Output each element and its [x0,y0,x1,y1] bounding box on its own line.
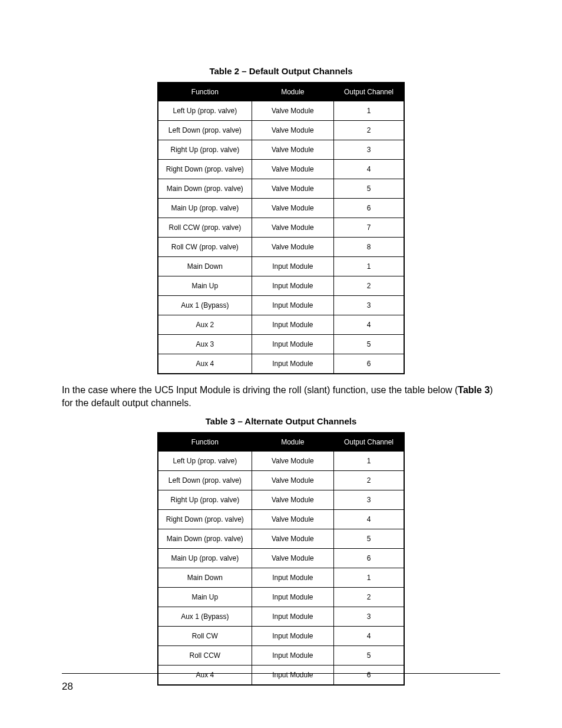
table-cell: Aux 4 [158,666,252,686]
table-cell: 6 [333,199,404,218]
table-cell: Input Module [252,627,333,646]
table-cell: 4 [333,315,404,335]
table-cell: Valve Module [252,160,333,179]
table-row: Right Down (prop. valve)Valve Module4 [158,510,404,529]
table3: Function Module Output Channel Left Up (… [157,432,405,686]
table-cell: 1 [333,101,404,121]
table-cell: 3 [333,296,404,315]
table-cell: 5 [333,179,404,199]
table-cell: Roll CCW (prop. valve) [158,218,252,238]
table-cell: 6 [333,549,404,568]
table-cell: Input Module [252,666,333,686]
table-row: Left Up (prop. valve)Valve Module1 [158,101,404,121]
table-row: Main Up (prop. valve)Valve Module6 [158,549,404,568]
table-cell: 6 [333,354,404,374]
table-row: Main Down (prop. valve)Valve Module5 [158,179,404,199]
table-cell: Valve Module [252,101,333,121]
table-row: Main UpInput Module2 [158,588,404,607]
table-cell: Input Module [252,296,333,315]
table3-header-channel: Output Channel [333,433,404,452]
table-cell: 2 [333,471,404,490]
footer-rule [62,673,500,674]
body-paragraph-pre: In the case where the UC5 Input Module i… [62,385,458,395]
table-cell: 3 [333,140,404,160]
table-cell: Valve Module [252,238,333,257]
table-row: Right Up (prop. valve)Valve Module3 [158,490,404,510]
table-cell: 4 [333,160,404,179]
table-row: Aux 4Input Module6 [158,354,404,374]
table-cell: 3 [333,490,404,510]
table2-header-module: Module [252,83,333,101]
table-row: Main Up (prop. valve)Valve Module6 [158,199,404,218]
table-cell: 5 [333,529,404,549]
table-cell: Right Down (prop. valve) [158,160,252,179]
table-row: Right Up (prop. valve)Valve Module3 [158,140,404,160]
table-cell: Left Down (prop. valve) [158,121,252,140]
table-cell: Roll CW (prop. valve) [158,238,252,257]
table-cell: Input Module [252,354,333,374]
table-cell: Left Down (prop. valve) [158,471,252,490]
table-cell: Left Up (prop. valve) [158,101,252,121]
table2: Function Module Output Channel Left Up (… [157,82,405,374]
table-row: Left Down (prop. valve)Valve Module2 [158,471,404,490]
table-cell: Valve Module [252,510,333,529]
table3-caption: Table 3 – Alternate Output Channels [62,416,500,426]
table-row: Roll CWInput Module4 [158,627,404,646]
table-cell: 4 [333,627,404,646]
table2-caption: Table 2 – Default Output Channels [62,66,500,76]
table-cell: Aux 4 [158,354,252,374]
table-cell: Input Module [252,607,333,627]
table-cell: 2 [333,588,404,607]
table-cell: Valve Module [252,199,333,218]
table-cell: Input Module [252,315,333,335]
table-row: Aux 2Input Module4 [158,315,404,335]
table-row: Right Down (prop. valve)Valve Module4 [158,160,404,179]
table-cell: 1 [333,452,404,471]
table-cell: 4 [333,510,404,529]
table-cell: Input Module [252,335,333,354]
table-cell: Valve Module [252,471,333,490]
table3-header-function: Function [158,433,252,452]
table3-header-module: Module [252,433,333,452]
table-cell: Left Up (prop. valve) [158,452,252,471]
table-cell: 2 [333,276,404,296]
table-row: Aux 4Input Module6 [158,666,404,686]
table-row: Main Down (prop. valve)Valve Module5 [158,529,404,549]
table-cell: Valve Module [252,121,333,140]
table-cell: Main Up (prop. valve) [158,549,252,568]
table-cell: Input Module [252,568,333,588]
table-cell: 5 [333,646,404,666]
table-cell: Input Module [252,276,333,296]
table-row: Roll CCWInput Module5 [158,646,404,666]
table-cell: Valve Module [252,218,333,238]
table-row: Aux 1 (Bypass)Input Module3 [158,296,404,315]
table-cell: 3 [333,607,404,627]
table2-header-channel: Output Channel [333,83,404,101]
table-row: Left Up (prop. valve)Valve Module1 [158,452,404,471]
table-cell: Roll CCW [158,646,252,666]
table-cell: Main Down [158,257,252,276]
table-cell: Aux 2 [158,315,252,335]
table-cell: Main Down (prop. valve) [158,179,252,199]
page: Table 2 – Default Output Channels Functi… [0,0,562,728]
table-cell: Aux 1 (Bypass) [158,296,252,315]
table-cell: Valve Module [252,179,333,199]
table-row: Aux 3Input Module5 [158,335,404,354]
table-cell: Roll CW [158,627,252,646]
table-cell: 7 [333,218,404,238]
table-cell: 8 [333,238,404,257]
table2-header-function: Function [158,83,252,101]
table2-body: Left Up (prop. valve)Valve Module1Left D… [158,101,404,374]
table-row: Main DownInput Module1 [158,568,404,588]
table-cell: 2 [333,121,404,140]
table-cell: Main Down (prop. valve) [158,529,252,549]
table-cell: Valve Module [252,140,333,160]
page-number: 28 [62,681,73,693]
table-cell: Input Module [252,588,333,607]
table-cell: Valve Module [252,549,333,568]
table-cell: Aux 1 (Bypass) [158,607,252,627]
table-cell: Right Down (prop. valve) [158,510,252,529]
table-cell: Valve Module [252,452,333,471]
table-cell: 5 [333,335,404,354]
table-cell: Right Up (prop. valve) [158,490,252,510]
